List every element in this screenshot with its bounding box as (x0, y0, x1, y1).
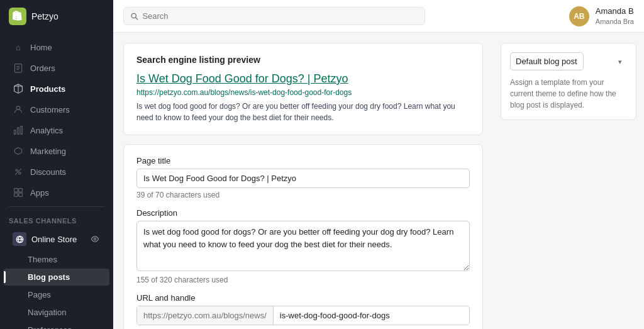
sidebar-sub-pages[interactable]: Pages (4, 286, 109, 303)
sidebar: Petzyo ⌂ Home Orders Products Customers (0, 0, 113, 329)
page-title-char-count: 39 of 70 characters used (136, 191, 470, 199)
navigation-label: Navigation (28, 308, 66, 317)
avatar: AB (569, 6, 589, 26)
svg-rect-9 (21, 126, 22, 135)
svg-rect-13 (14, 189, 18, 192)
sidebar-item-apps[interactable]: Apps (4, 182, 109, 203)
svg-rect-16 (19, 193, 23, 197)
pages-label: Pages (28, 290, 51, 299)
nav-divider (9, 206, 104, 207)
svg-line-21 (136, 18, 138, 20)
svg-point-11 (19, 172, 21, 174)
sidebar-item-analytics-label: Analytics (30, 126, 63, 135)
seo-card-title: Search engine listing preview (136, 55, 470, 65)
content-area: Search engine listing preview Is Wet Dog… (113, 33, 644, 329)
main-area: AB Amanda B Amanda Bra Search engine lis… (113, 0, 644, 329)
sidebar-item-marketing-label: Marketing (30, 147, 66, 156)
sidebar-sub-navigation[interactable]: Navigation (4, 304, 109, 321)
description-textarea[interactable] (136, 221, 470, 271)
sidebar-header: Petzyo (0, 0, 113, 33)
apps-icon (13, 187, 24, 198)
svg-point-20 (131, 13, 136, 18)
blog-posts-label: Blog posts (28, 272, 70, 282)
sidebar-item-online-store[interactable]: Online Store (4, 228, 109, 250)
svg-rect-8 (18, 128, 19, 134)
online-store-label: Online Store (31, 235, 77, 244)
preferences-label: Preferences (28, 325, 72, 329)
description-label: Description (136, 208, 470, 218)
active-indicator (4, 271, 6, 283)
sidebar-item-discounts[interactable]: Discounts (4, 162, 109, 182)
main-content: Search engine listing preview Is Wet Dog… (113, 33, 493, 329)
sidebar-item-orders[interactable]: Orders (4, 58, 109, 78)
user-subtitle: Amanda Bra (596, 17, 634, 26)
home-icon: ⌂ (13, 42, 24, 53)
sidebar-item-customers[interactable]: Customers (4, 99, 109, 120)
template-select[interactable]: Default blog post Custom template (510, 52, 584, 70)
sales-channels-label: SALES CHANNELS (0, 211, 113, 227)
sidebar-item-orders-label: Orders (30, 64, 55, 73)
seo-card: Search engine listing preview Is Wet Dog… (123, 43, 483, 135)
url-field: URL and handle https://petzyo.com.au/blo… (136, 293, 470, 325)
themes-label: Themes (28, 255, 57, 264)
seo-description-preview: Is wet dog food good for dogs? Or are yo… (136, 101, 470, 123)
description-field: Description 155 of 320 characters used (136, 208, 470, 284)
svg-rect-7 (14, 130, 16, 134)
url-field-row: https://petzyo.com.au/blogs/news/ (136, 306, 470, 325)
sidebar-item-customers-label: Customers (30, 105, 70, 114)
shopify-logo-icon (9, 8, 26, 25)
sidebar-item-products[interactable]: Products (4, 79, 109, 99)
sidebar-sub-themes[interactable]: Themes (4, 251, 109, 268)
page-title-label: Page title (136, 156, 470, 165)
url-prefix: https://petzyo.com.au/blogs/news/ (137, 306, 274, 325)
seo-url-link[interactable]: https://petzyo.com.au/blogs/news/is-wet-… (136, 88, 470, 97)
orders-icon (13, 62, 24, 74)
sidebar-item-apps-label: Apps (30, 188, 49, 198)
svg-rect-15 (14, 193, 18, 197)
topbar-right: AB Amanda B Amanda Bra (569, 6, 634, 26)
sidebar-nav: ⌂ Home Orders Products Customers Analy (0, 33, 113, 329)
marketing-icon (13, 145, 24, 157)
sidebar-item-products-label: Products (30, 84, 65, 94)
search-bar[interactable] (123, 7, 425, 25)
topbar: AB Amanda B Amanda Bra (113, 0, 644, 33)
sidebar-item-home[interactable]: ⌂ Home (4, 37, 109, 57)
form-card: Page title 39 of 70 characters used Desc… (123, 144, 483, 329)
user-info: Amanda B Amanda Bra (596, 6, 634, 26)
template-select-wrapper: Default blog post Custom template (510, 52, 627, 70)
svg-point-10 (16, 169, 18, 171)
sidebar-item-discounts-label: Discounts (30, 167, 66, 177)
svg-point-18 (94, 238, 96, 240)
brand-name: Petzyo (31, 11, 58, 21)
right-panel: Default blog post Custom template Assign… (493, 33, 644, 329)
template-select-row: Default blog post Custom template (510, 52, 627, 70)
url-handle-input[interactable] (274, 306, 469, 325)
url-label: URL and handle (136, 293, 470, 303)
sidebar-sub-preferences[interactable]: Preferences (4, 321, 109, 329)
products-icon (13, 83, 24, 94)
sidebar-item-home-label: Home (30, 43, 52, 52)
search-icon (130, 12, 138, 21)
sidebar-item-analytics[interactable]: Analytics (4, 120, 109, 140)
seo-page-title[interactable]: Is Wet Dog Food Good for Dogs? | Petzyo (136, 72, 470, 86)
template-card: Default blog post Custom template Assign… (501, 43, 636, 120)
search-input[interactable] (142, 11, 418, 21)
analytics-icon (13, 125, 24, 136)
page-title-field: Page title 39 of 70 characters used (136, 156, 470, 199)
user-name: Amanda B (596, 6, 634, 17)
customers-icon (13, 104, 24, 115)
description-char-count: 155 of 320 characters used (136, 276, 470, 284)
svg-rect-14 (19, 189, 23, 192)
online-store-icon (13, 232, 26, 246)
page-title-input[interactable] (136, 169, 470, 188)
sidebar-item-marketing[interactable]: Marketing (4, 141, 109, 161)
sidebar-sub-blog-posts[interactable]: Blog posts (4, 269, 109, 286)
discounts-icon (13, 166, 24, 177)
eye-icon[interactable] (89, 233, 101, 245)
template-description: Assign a template from your current them… (510, 77, 627, 111)
